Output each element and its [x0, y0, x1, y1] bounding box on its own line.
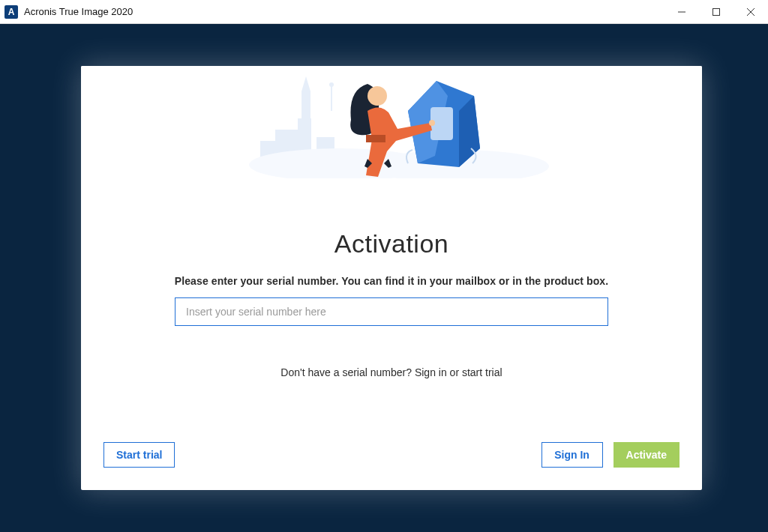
start-trial-button[interactable]: Start trial — [104, 442, 175, 468]
svg-point-11 — [429, 120, 435, 126]
titlebar: A Acronis True Image 2020 — [0, 0, 768, 24]
activation-instruction: Please enter your serial number. You can… — [175, 275, 608, 287]
maximize-icon — [712, 8, 720, 16]
no-serial-helper-text: Don't have a serial number? Sign in or s… — [280, 366, 502, 378]
svg-rect-10 — [366, 135, 386, 142]
svg-rect-0 — [713, 8, 720, 15]
window-title: Acronis True Image 2020 — [24, 6, 664, 17]
activate-button[interactable]: Activate — [614, 442, 680, 468]
app-icon: A — [4, 5, 18, 19]
activation-footer: Start trial Sign In Activate — [81, 442, 702, 490]
minimize-icon — [678, 8, 686, 16]
svg-point-9 — [368, 86, 387, 106]
activation-panel: Activation Please enter your serial numb… — [81, 66, 702, 490]
activation-heading: Activation — [334, 229, 448, 259]
close-icon — [747, 8, 754, 16]
sign-in-button[interactable]: Sign In — [542, 442, 603, 468]
activation-illustration — [81, 66, 702, 178]
minimize-button[interactable] — [664, 0, 699, 24]
serial-number-input[interactable] — [175, 297, 608, 326]
activation-content: Activation Please enter your serial numb… — [81, 178, 702, 442]
illustration-svg — [234, 66, 549, 178]
close-button[interactable] — [734, 0, 768, 24]
maximize-button[interactable] — [699, 0, 734, 24]
client-area: Activation Please enter your serial numb… — [0, 24, 768, 532]
